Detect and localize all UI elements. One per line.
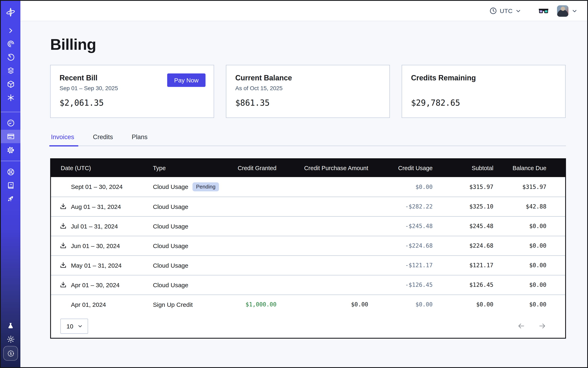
subtotal-value: $245.48 [438,216,498,236]
balance-due-value: $0.00 [498,255,565,275]
card-subtitle [411,84,556,92]
sidebar-item-settings[interactable] [1,143,20,157]
invoice-type: Cloud Usage [153,183,188,190]
sidebar-item-support[interactable] [1,165,20,179]
column-header-date: Date (UTC) [51,159,153,177]
invoice-type: Cloud Usage [153,242,188,249]
invoice-type: Cloud Usage [153,222,188,230]
3d-glasses-icon [538,7,549,15]
download-icon [60,281,67,288]
sidebar-divider [1,161,20,161]
credit-purchase-value [281,216,373,236]
sidebar-item-functions[interactable] [1,91,20,104]
column-header-subtotal: Subtotal [438,159,498,177]
credit-usage-value: -$121.17 [373,255,438,275]
chevron-down-icon [77,323,82,329]
invoice-date: Sept 01 – 30, 2024 [71,183,123,190]
invoice-type: Cloud Usage [153,203,188,210]
sidebar-item-billing[interactable] [1,130,20,143]
download-invoice-button[interactable] [60,203,67,210]
column-header-balance-due: Balance Due [498,159,565,177]
credit-usage-value: -$126.45 [373,275,438,294]
sidebar-item-docs[interactable] [1,179,20,192]
topbar: UTC [20,1,587,21]
sidebar-item-home[interactable] [1,3,20,21]
chevron-right-icon [7,27,14,34]
credit-granted-value [232,255,281,275]
tab-plans[interactable]: Plans [131,133,148,146]
timer-icon [6,53,15,62]
invoice-date: Jul 01 – 31, 2024 [71,222,118,230]
download-icon [60,203,67,210]
invoices-panel: Date (UTC) Type Credit Granted Credit Pu… [50,158,566,339]
credit-purchase-value [281,236,373,255]
chevron-down-icon [572,8,577,14]
clock-icon [489,7,497,15]
credit-usage-value: $0.00 [373,177,438,197]
recent-bill-card: Recent Bill Sep 01 – Sep 30, 2025 $2,061… [50,65,214,118]
sidebar-item-live[interactable] [1,37,20,51]
sidebar-item-labs[interactable] [1,319,20,332]
pay-now-button[interactable]: Pay Now [167,74,206,87]
sidebar: $ [1,1,20,367]
invoice-row: Aug 01 – 31, 2024 Cloud Usage -$282.22 $… [51,197,565,216]
main-area: Billing Recent Bill Sep 01 – Sep 30, 202… [20,21,587,367]
invoice-row: Apr 01, 2024 Sign Up Credit $1,000.00 $0… [51,294,565,314]
gear-icon [6,146,15,154]
sidebar-item-expand[interactable] [1,24,20,37]
tab-invoices[interactable]: Invoices [50,133,75,146]
table-header-row: Date (UTC) Type Credit Granted Credit Pu… [51,159,565,177]
download-invoice-button[interactable] [60,242,67,249]
balance-due-value: $0.00 [498,236,565,255]
sidebar-item-packages[interactable] [1,77,20,91]
chevron-down-icon [516,8,521,14]
sidebar-item-theme-toggle[interactable] [1,332,20,346]
previous-page-button[interactable] [517,322,526,331]
download-invoice-button[interactable] [60,261,67,269]
credit-purchase-value [281,177,373,197]
account-menu[interactable] [557,5,577,17]
timezone-selector[interactable]: UTC [489,7,521,15]
gauge-icon [6,119,15,127]
invoice-type: Sign Up Credit [153,301,193,308]
invoice-row: Apr 01 – 30, 2024 Cloud Usage -$126.45 $… [51,275,565,294]
pager [517,322,547,331]
credits-remaining-card: Credits Remaining $29,782.65 [402,65,566,118]
credit-purchase-value: $0.00 [281,294,373,314]
balance-due-value: $0.00 [498,294,565,314]
credit-granted-value: $1,000.00 [232,294,281,314]
download-invoice-button[interactable] [60,281,67,288]
balance-due-value: $0.00 [498,275,565,294]
arrow-left-icon [517,322,526,331]
sidebar-item-usage[interactable] [1,116,20,130]
tab-credits[interactable]: Credits [92,133,114,146]
invoice-row: May 01 – 31, 2024 Cloud Usage -$121.17 $… [51,255,565,275]
table-footer: 10 [51,314,565,338]
page-size-select[interactable]: 10 [60,318,88,333]
invoice-type: Cloud Usage [153,262,188,269]
cube-icon [6,80,15,89]
next-page-button[interactable] [538,322,547,331]
subtotal-value: $0.00 [438,294,498,314]
invoice-row: Jul 01 – 31, 2024 Cloud Usage -$245.48 $… [51,216,565,236]
sidebar-item-stack[interactable] [1,64,20,77]
sidebar-divider [1,112,20,112]
svg-text:$: $ [9,351,12,355]
asterisk-icon [6,93,15,102]
invoice-row: Jun 01 – 30, 2024 Cloud Usage -$224.68 $… [51,236,565,255]
credit-purchase-value [281,255,373,275]
page-size-value: 10 [66,322,73,330]
status-badge: Pending [192,182,219,191]
sidebar-item-getting-started[interactable] [1,192,20,206]
flask-icon [7,322,15,330]
credit-granted-value [232,197,281,216]
view-mode-button[interactable] [538,7,549,15]
download-invoice-button[interactable] [60,222,67,230]
billing-tabs: Invoices Credits Plans [50,133,566,146]
arrow-right-icon [538,322,547,331]
invoice-type: Cloud Usage [153,281,188,288]
sidebar-item-history[interactable] [1,51,20,64]
user-avatar [557,5,569,17]
sidebar-item-credits[interactable]: $ [3,346,18,361]
credit-card-icon [6,132,15,141]
